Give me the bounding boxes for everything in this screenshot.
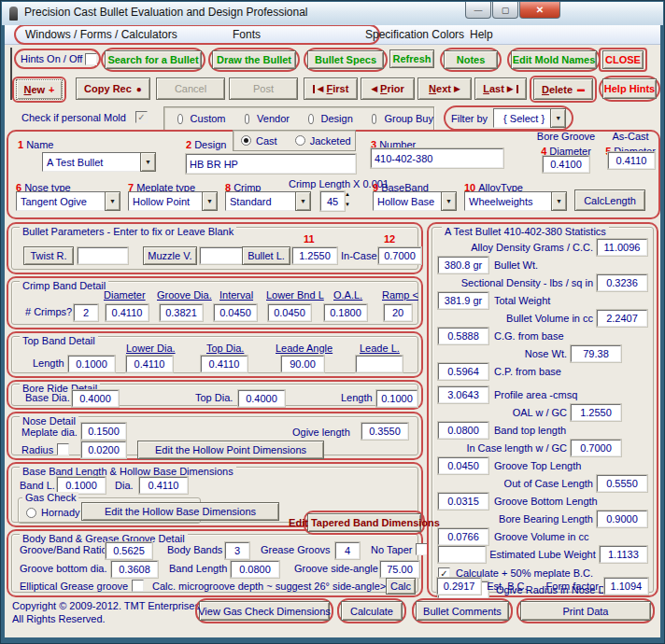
- crimp-lower-bnd-input[interactable]: 0.0450: [268, 304, 311, 321]
- filter-select[interactable]: { Select } ▼: [493, 108, 566, 128]
- post-button[interactable]: Post: [229, 77, 298, 100]
- view-gas-check-button[interactable]: View Gas Check Dimensions: [199, 601, 330, 621]
- close-form-button[interactable]: CLOSE: [602, 50, 644, 69]
- band-length-input[interactable]: 0.0800: [231, 561, 279, 578]
- edit-tapered-band-button[interactable]: Edit Tapered Band Dimensions: [307, 513, 421, 532]
- topband-leade-angle-input[interactable]: 90.00: [281, 356, 324, 372]
- boreride-top-input[interactable]: 0.4000: [238, 390, 285, 407]
- calc-length-button[interactable]: CalcLength: [574, 189, 645, 211]
- alloy-type-combo[interactable]: Wheelweights ▼: [464, 191, 567, 211]
- grease-grooves-input[interactable]: 4: [335, 542, 360, 559]
- boreride-length-input[interactable]: 0.1000: [376, 390, 417, 407]
- crimp-length-spinner[interactable]: 45 ▲ ▼: [320, 191, 359, 211]
- menu-fonts[interactable]: Fonts: [227, 26, 266, 43]
- topband-length-input[interactable]: 0.1000: [68, 356, 115, 372]
- bullet-length-input[interactable]: 1.2550: [292, 247, 337, 264]
- radio-jacketed[interactable]: [295, 135, 305, 146]
- draw-bullet-button[interactable]: Draw the Bullet: [212, 50, 296, 69]
- minimize-button[interactable]: —: [465, 2, 491, 19]
- personal-mold-checkbox[interactable]: ✓: [135, 111, 148, 123]
- crimp-length-value[interactable]: 45: [320, 191, 345, 211]
- calculate-button[interactable]: Calculate: [341, 601, 403, 621]
- filter-value: { Select }: [493, 108, 550, 128]
- boreride-base-label: Base Dia.: [25, 392, 70, 403]
- alloy-density-label: Alloy Density Grams / C.C.: [471, 242, 593, 253]
- help-hints-button[interactable]: Help Hints: [602, 78, 657, 99]
- crimp-ramp-input[interactable]: 20: [384, 304, 412, 321]
- groove-band-ratio-input[interactable]: 0.5625: [106, 542, 152, 559]
- nose-detail-title: Nose Detail: [20, 415, 78, 427]
- groove-side-angle-input[interactable]: 75.00: [380, 561, 419, 578]
- radius-checkbox[interactable]: [57, 443, 69, 455]
- baseband-combo[interactable]: Hollow Base ▼: [373, 191, 457, 211]
- topband-lower-dia-input[interactable]: 0.4110: [126, 356, 173, 372]
- radio-design[interactable]: [308, 114, 314, 124]
- bore-groove-input[interactable]: 0.4100: [543, 156, 589, 173]
- microgroove-label: Calc. microgroove depth ~ suggest 26° si…: [152, 581, 386, 592]
- muzzle-velocity-button[interactable]: Muzzle V.: [143, 246, 197, 265]
- boreride-base-input[interactable]: 0.4000: [72, 390, 119, 407]
- next-record-button[interactable]: Next ▶: [417, 77, 472, 100]
- new-record-button[interactable]: New +: [16, 79, 63, 100]
- incase-input[interactable]: 0.7000: [378, 247, 421, 264]
- spinner-up-icon[interactable]: ▲: [345, 191, 359, 202]
- twist-rate-button[interactable]: Twist R.: [23, 246, 74, 265]
- groove-volume-label: Groove Volume in cc: [494, 531, 589, 542]
- notes-button[interactable]: Notes: [444, 50, 498, 69]
- radio-vendor[interactable]: [245, 114, 250, 124]
- menu-help[interactable]: Help: [464, 26, 499, 43]
- ascast-input[interactable]: 0.4110: [608, 152, 655, 169]
- menu-specification-colors[interactable]: Specification Colors: [360, 26, 470, 43]
- number-input[interactable]: 410-402-380: [371, 148, 503, 168]
- first-record-button[interactable]: ◀ First: [304, 77, 358, 100]
- menu-windows-forms-calculators[interactable]: Windows / Forms / Calculators: [20, 26, 183, 43]
- name-label: Name: [26, 139, 53, 150]
- topband-h-leade-l: Leade L.: [360, 343, 400, 354]
- edit-hollow-point-button[interactable]: Edit the Hollow Point Dimensions: [137, 441, 324, 459]
- close-window-button[interactable]: ✕: [519, 2, 560, 19]
- delete-record-button[interactable]: Delete ▬: [533, 78, 593, 100]
- name-combo[interactable]: A Test Bullet ▼: [42, 152, 156, 172]
- copy-record-button[interactable]: Copy Rec ●: [76, 77, 150, 100]
- crimp-groove-dia-input[interactable]: 0.3821: [160, 304, 203, 321]
- crimp-interval-input[interactable]: 0.0450: [214, 304, 257, 321]
- design-text-input[interactable]: HB BR HP: [186, 154, 356, 174]
- radius-input[interactable]: 0.0200: [81, 441, 126, 458]
- calc-microgroove-button[interactable]: Calc: [386, 578, 416, 595]
- search-bullet-button[interactable]: Search for a Bullet: [105, 50, 202, 69]
- edit-mold-names-button[interactable]: Edit Mold Names: [511, 50, 597, 69]
- meplate-type-combo[interactable]: Hollow Point ▼: [128, 191, 218, 211]
- cancel-button[interactable]: Cancel: [156, 77, 225, 100]
- refresh-button[interactable]: Refresh: [389, 49, 434, 68]
- print-data-button[interactable]: Print Data: [520, 601, 651, 621]
- last-record-button[interactable]: Last ▶: [474, 77, 527, 100]
- hints-checkbox[interactable]: [85, 53, 97, 65]
- crimp-diameter-input[interactable]: 0.4110: [106, 304, 149, 321]
- topband-top-dia-input[interactable]: 0.4110: [201, 356, 248, 372]
- topband-leade-l-input[interactable]: [356, 356, 403, 372]
- nose-type-combo[interactable]: Tangent Ogive ▼: [16, 191, 120, 211]
- bullet-comments-button[interactable]: Bullet Comments: [416, 601, 509, 621]
- radio-cast[interactable]: [241, 135, 251, 146]
- groove-bottom-input[interactable]: 0.3608: [111, 561, 158, 578]
- meplate-dia-input[interactable]: 0.1500: [81, 423, 126, 440]
- spinner-down-icon[interactable]: ▼: [345, 202, 359, 211]
- edit-hollow-base-button[interactable]: Edit the Hollow Base Dimensions: [81, 502, 279, 521]
- base-dia-input[interactable]: 0.4110: [139, 477, 188, 494]
- bullet-length-button[interactable]: Bullet L.: [242, 246, 290, 265]
- radio-hornady[interactable]: [26, 508, 36, 518]
- radio-custom[interactable]: [177, 114, 183, 124]
- radio-groupbuy[interactable]: [372, 114, 377, 124]
- bullet-specs-button[interactable]: Bullet Specs: [307, 50, 384, 69]
- body-bands-input[interactable]: 3: [225, 542, 249, 559]
- ogive-length-input[interactable]: 0.3550: [361, 423, 408, 440]
- maximize-button[interactable]: ▢: [492, 2, 518, 19]
- prior-record-button[interactable]: ◀ Prior: [361, 77, 415, 100]
- crimp-combo[interactable]: Standard ▼: [225, 191, 311, 211]
- twist-rate-input[interactable]: [78, 247, 128, 264]
- crimp-value: Standard: [225, 191, 295, 211]
- crimp-oal-input[interactable]: 0.1800: [324, 304, 367, 321]
- bullet-wt-value: 380.8 gr: [438, 257, 488, 273]
- crimps-count-input[interactable]: 2: [74, 304, 98, 321]
- elliptical-checkbox[interactable]: [132, 580, 144, 592]
